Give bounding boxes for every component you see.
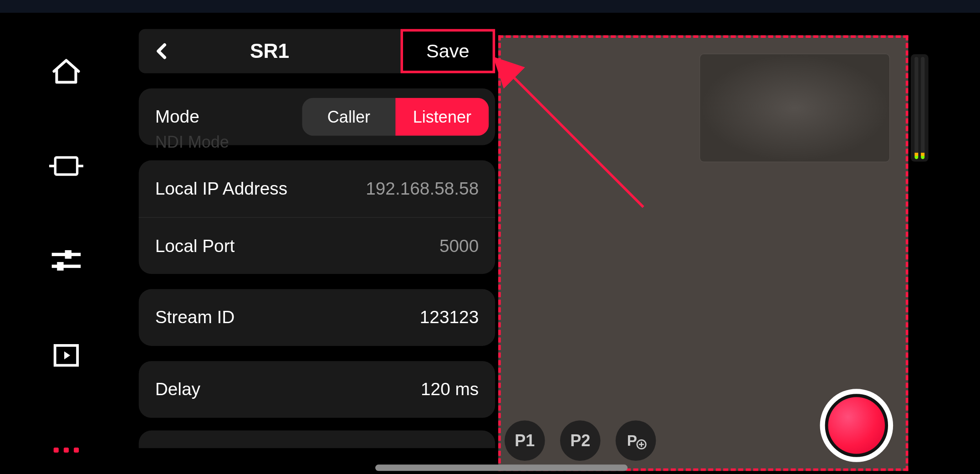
mode-caller-label: Caller [327, 107, 370, 127]
local-port-value: 5000 [439, 236, 479, 256]
local-ip-row[interactable]: Local IP Address 192.168.58.58 [139, 160, 495, 217]
local-port-row[interactable]: Local Port 5000 [139, 217, 495, 274]
ghost-mode-label: NDI Mode [155, 133, 229, 152]
panel-header: SR1 [139, 29, 401, 73]
next-card-peek [139, 431, 495, 448]
record-button[interactable] [820, 389, 893, 462]
svg-rect-6 [57, 262, 63, 271]
preset-row: P1 P2 P [505, 420, 656, 461]
play-box-icon[interactable] [47, 340, 85, 371]
delay-card: Delay 120 ms [139, 361, 495, 418]
delay-row[interactable]: Delay 120 ms [139, 361, 495, 418]
home-indicator [375, 464, 628, 471]
svg-rect-0 [55, 158, 77, 175]
page-title: SR1 [149, 40, 390, 63]
preset-1-button[interactable]: P1 [505, 420, 545, 461]
local-port-label: Local Port [155, 236, 235, 256]
record-icon [828, 397, 885, 454]
streamid-row[interactable]: Stream ID 123123 [139, 289, 495, 346]
preset-2-button[interactable]: P2 [560, 420, 601, 461]
mode-segmented: Caller Listener [302, 98, 489, 136]
app-frame: SR1 Save Mode Caller Listener [0, 18, 980, 474]
svg-text:P: P [627, 432, 637, 449]
mode-caller-button[interactable]: Caller [302, 98, 395, 136]
delay-label: Delay [155, 379, 200, 399]
mode-label: Mode [155, 107, 199, 127]
preview-thumb[interactable] [700, 54, 889, 161]
preview-pane[interactable]: P1 P2 P [498, 36, 908, 471]
svg-rect-5 [52, 265, 81, 268]
save-button[interactable]: Save [400, 29, 495, 73]
mode-listener-button[interactable]: Listener [395, 98, 489, 136]
camera-frame-icon[interactable] [47, 150, 85, 182]
sidebar [44, 56, 88, 466]
local-ip-label: Local IP Address [155, 179, 287, 199]
more-icon[interactable] [47, 434, 85, 466]
mode-card: Mode Caller Listener NDI Mode [139, 88, 495, 145]
save-button-label: Save [426, 41, 470, 62]
preset-add-button[interactable]: P [616, 420, 656, 461]
delay-value: 120 ms [421, 379, 479, 399]
local-ip-value: 192.168.58.58 [366, 179, 479, 199]
audio-meter [911, 54, 929, 161]
settings-panel: SR1 Save Mode Caller Listener [139, 29, 495, 468]
app-top-bar [0, 0, 980, 13]
streamid-label: Stream ID [155, 307, 235, 327]
streamid-value: 123123 [420, 307, 479, 327]
preset-2-label: P2 [570, 431, 590, 450]
preset-1-label: P1 [515, 431, 535, 450]
streamid-card: Stream ID 123123 [139, 289, 495, 346]
network-card: Local IP Address 192.168.58.58 Local Por… [139, 160, 495, 274]
sliders-icon[interactable] [47, 245, 85, 276]
home-icon[interactable] [47, 56, 85, 87]
svg-rect-4 [65, 250, 71, 259]
mode-listener-label: Listener [413, 107, 471, 127]
